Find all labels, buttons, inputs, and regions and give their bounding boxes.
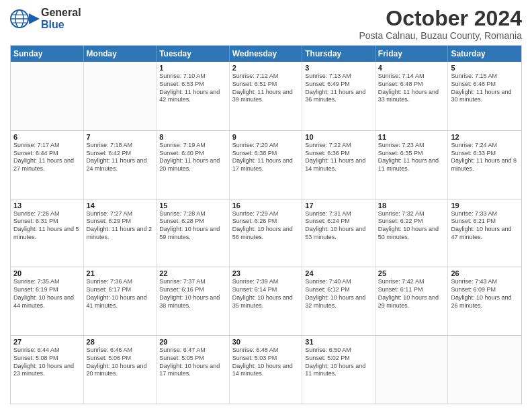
day-number: 1 xyxy=(159,64,226,72)
day-number: 19 xyxy=(451,201,519,210)
day-number: 22 xyxy=(159,269,226,277)
day-info: Sunrise: 6:44 AM Sunset: 5:08 PM Dayligh… xyxy=(13,347,81,378)
cal-header-day: Wednesday xyxy=(230,46,303,62)
calendar-header: SundayMondayTuesdayWednesdayThursdayFrid… xyxy=(11,46,521,62)
day-info: Sunrise: 7:27 AM Sunset: 6:29 PM Dayligh… xyxy=(87,210,154,242)
day-number: 11 xyxy=(378,133,445,141)
cal-row: 20Sunrise: 7:35 AM Sunset: 6:19 PM Dayli… xyxy=(11,267,521,335)
cal-cell: 10Sunrise: 7:22 AM Sunset: 6:36 PM Dayli… xyxy=(302,131,375,199)
cal-cell: 29Sunrise: 6:47 AM Sunset: 5:05 PM Dayli… xyxy=(157,336,230,404)
day-info: Sunrise: 7:17 AM Sunset: 6:44 PM Dayligh… xyxy=(13,142,81,173)
page: General Blue October 2024 Posta Calnau, … xyxy=(0,0,532,411)
cal-cell: 28Sunrise: 6:46 AM Sunset: 5:06 PM Dayli… xyxy=(84,336,157,404)
day-info: Sunrise: 7:24 AM Sunset: 6:33 PM Dayligh… xyxy=(451,142,519,173)
day-number: 21 xyxy=(87,269,154,277)
logo: General Blue xyxy=(10,7,81,31)
cal-cell: 22Sunrise: 7:37 AM Sunset: 6:16 PM Dayli… xyxy=(157,267,230,335)
cal-cell: 18Sunrise: 7:32 AM Sunset: 6:22 PM Dayli… xyxy=(375,199,449,267)
cal-header-day: Sunday xyxy=(11,46,84,62)
day-number: 23 xyxy=(232,269,300,277)
day-info: Sunrise: 7:31 AM Sunset: 6:24 PM Dayligh… xyxy=(305,210,372,242)
day-info: Sunrise: 7:42 AM Sunset: 6:11 PM Dayligh… xyxy=(378,278,445,310)
day-number: 13 xyxy=(13,201,81,210)
day-number: 16 xyxy=(232,201,300,210)
day-number: 24 xyxy=(305,269,372,277)
header: General Blue October 2024 Posta Calnau, … xyxy=(10,7,522,41)
day-info: Sunrise: 7:26 AM Sunset: 6:31 PM Dayligh… xyxy=(13,210,81,242)
svg-marker-5 xyxy=(29,13,40,24)
day-number: 3 xyxy=(305,64,372,72)
day-number: 17 xyxy=(305,201,372,210)
day-info: Sunrise: 6:48 AM Sunset: 5:03 PM Dayligh… xyxy=(232,347,300,378)
day-info: Sunrise: 7:19 AM Sunset: 6:40 PM Dayligh… xyxy=(159,142,226,173)
calendar-body: 1Sunrise: 7:10 AM Sunset: 6:53 PM Daylig… xyxy=(11,62,521,404)
day-info: Sunrise: 7:35 AM Sunset: 6:19 PM Dayligh… xyxy=(13,278,81,310)
cal-cell: 3Sunrise: 7:13 AM Sunset: 6:49 PM Daylig… xyxy=(302,62,375,130)
day-number: 31 xyxy=(305,338,372,346)
cal-cell: 15Sunrise: 7:28 AM Sunset: 6:28 PM Dayli… xyxy=(157,199,230,267)
cal-cell: 13Sunrise: 7:26 AM Sunset: 6:31 PM Dayli… xyxy=(11,199,84,267)
cal-header-day: Saturday xyxy=(448,46,521,62)
logo-icon xyxy=(10,7,40,31)
calendar: SundayMondayTuesdayWednesdayThursdayFrid… xyxy=(10,45,522,404)
cal-row: 6Sunrise: 7:17 AM Sunset: 6:44 PM Daylig… xyxy=(11,130,521,199)
day-number: 18 xyxy=(378,201,445,210)
cal-cell: 8Sunrise: 7:19 AM Sunset: 6:40 PM Daylig… xyxy=(157,131,230,199)
day-number: 14 xyxy=(87,201,154,210)
cal-cell: 2Sunrise: 7:12 AM Sunset: 6:51 PM Daylig… xyxy=(230,62,303,130)
cal-cell: 26Sunrise: 7:43 AM Sunset: 6:09 PM Dayli… xyxy=(448,267,521,335)
day-info: Sunrise: 6:47 AM Sunset: 5:05 PM Dayligh… xyxy=(159,347,226,378)
cal-cell xyxy=(375,336,449,404)
cal-cell: 25Sunrise: 7:42 AM Sunset: 6:11 PM Dayli… xyxy=(375,267,449,335)
cal-cell: 14Sunrise: 7:27 AM Sunset: 6:29 PM Dayli… xyxy=(84,199,157,267)
cal-cell: 9Sunrise: 7:20 AM Sunset: 6:38 PM Daylig… xyxy=(230,131,303,199)
day-number: 12 xyxy=(451,133,519,141)
day-info: Sunrise: 7:43 AM Sunset: 6:09 PM Dayligh… xyxy=(451,278,519,310)
day-info: Sunrise: 7:14 AM Sunset: 6:48 PM Dayligh… xyxy=(378,73,445,104)
cal-cell: 5Sunrise: 7:15 AM Sunset: 6:46 PM Daylig… xyxy=(448,62,521,130)
cal-cell xyxy=(11,62,84,130)
day-number: 20 xyxy=(13,269,81,277)
day-info: Sunrise: 7:39 AM Sunset: 6:14 PM Dayligh… xyxy=(232,278,300,310)
day-info: Sunrise: 7:22 AM Sunset: 6:36 PM Dayligh… xyxy=(305,142,372,173)
cal-row: 13Sunrise: 7:26 AM Sunset: 6:31 PM Dayli… xyxy=(11,199,521,267)
cal-cell: 31Sunrise: 6:50 AM Sunset: 5:02 PM Dayli… xyxy=(302,336,375,404)
day-info: Sunrise: 7:28 AM Sunset: 6:28 PM Dayligh… xyxy=(159,210,226,242)
cal-cell: 30Sunrise: 6:48 AM Sunset: 5:03 PM Dayli… xyxy=(230,336,303,404)
day-info: Sunrise: 7:18 AM Sunset: 6:42 PM Dayligh… xyxy=(87,142,154,173)
cal-header-day: Tuesday xyxy=(157,46,230,62)
cal-header-day: Friday xyxy=(375,46,449,62)
logo-line1: General xyxy=(41,7,81,19)
day-info: Sunrise: 7:40 AM Sunset: 6:12 PM Dayligh… xyxy=(305,278,372,310)
day-number: 6 xyxy=(13,133,81,141)
day-info: Sunrise: 7:37 AM Sunset: 6:16 PM Dayligh… xyxy=(159,278,226,310)
day-info: Sunrise: 7:36 AM Sunset: 6:17 PM Dayligh… xyxy=(87,278,154,310)
day-number: 7 xyxy=(87,133,154,141)
day-number: 25 xyxy=(378,269,445,277)
day-info: Sunrise: 7:12 AM Sunset: 6:51 PM Dayligh… xyxy=(232,73,300,104)
day-info: Sunrise: 7:13 AM Sunset: 6:49 PM Dayligh… xyxy=(305,73,372,104)
day-info: Sunrise: 6:50 AM Sunset: 5:02 PM Dayligh… xyxy=(305,347,372,378)
cal-cell xyxy=(84,62,157,130)
month-title: October 2024 xyxy=(359,7,522,30)
cal-cell: 19Sunrise: 7:33 AM Sunset: 6:21 PM Dayli… xyxy=(448,199,521,267)
day-number: 15 xyxy=(159,201,226,210)
cal-cell xyxy=(448,336,521,404)
cal-cell: 11Sunrise: 7:23 AM Sunset: 6:35 PM Dayli… xyxy=(375,131,449,199)
cal-cell: 1Sunrise: 7:10 AM Sunset: 6:53 PM Daylig… xyxy=(157,62,230,130)
day-info: Sunrise: 7:23 AM Sunset: 6:35 PM Dayligh… xyxy=(378,142,445,173)
cal-cell: 12Sunrise: 7:24 AM Sunset: 6:33 PM Dayli… xyxy=(448,131,521,199)
day-number: 29 xyxy=(159,338,226,346)
location-subtitle: Posta Calnau, Buzau County, Romania xyxy=(359,30,522,41)
cal-row: 1Sunrise: 7:10 AM Sunset: 6:53 PM Daylig… xyxy=(11,62,521,130)
day-info: Sunrise: 6:46 AM Sunset: 5:06 PM Dayligh… xyxy=(87,347,154,378)
day-number: 8 xyxy=(159,133,226,141)
day-number: 9 xyxy=(232,133,300,141)
day-info: Sunrise: 7:10 AM Sunset: 6:53 PM Dayligh… xyxy=(159,73,226,104)
day-number: 5 xyxy=(451,64,519,72)
cal-header-day: Monday xyxy=(84,46,157,62)
day-number: 27 xyxy=(13,338,81,346)
day-info: Sunrise: 7:20 AM Sunset: 6:38 PM Dayligh… xyxy=(232,142,300,173)
cal-cell: 7Sunrise: 7:18 AM Sunset: 6:42 PM Daylig… xyxy=(84,131,157,199)
day-number: 28 xyxy=(87,338,154,346)
